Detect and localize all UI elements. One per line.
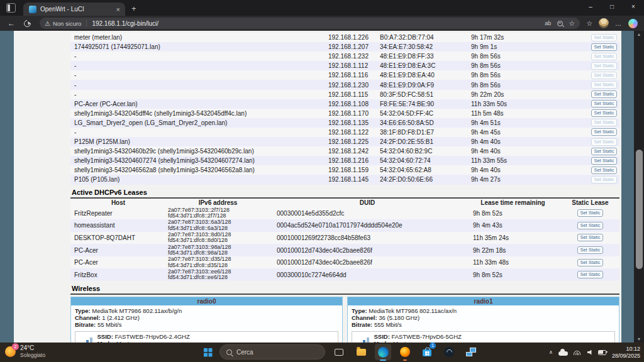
favorites-list-icon[interactable]: ☆: [586, 19, 592, 28]
zoom-out-icon[interactable]: [557, 21, 563, 26]
set-static-button[interactable]: Set Static: [591, 109, 617, 117]
firefox-button[interactable]: [397, 344, 413, 360]
taskbar-clock[interactable]: 10:12 28/09/2025: [612, 346, 640, 359]
bookmark-star-icon[interactable]: ☆: [569, 19, 575, 28]
tray-chevron-icon[interactable]: ∧: [549, 349, 553, 355]
lease-action-cell: Set Static: [591, 90, 619, 98]
set-static-button[interactable]: Set Static: [577, 222, 603, 229]
lease-action-cell: Set Static: [591, 34, 619, 41]
new-tab-button[interactable]: +: [131, 4, 136, 13]
set-static-button[interactable]: Set Static: [591, 90, 617, 98]
lease-hostname: meter (meter.lan): [70, 34, 328, 41]
more-menu-icon[interactable]: …: [615, 20, 622, 27]
start-button[interactable]: [204, 348, 208, 352]
set-static-button[interactable]: Set Static: [591, 138, 617, 146]
lease-ipv4: 192.168.1.232: [328, 53, 380, 60]
copilot-icon[interactable]: [628, 19, 638, 28]
lease6-ipv6: 2a07:7e87:3103::2f7/128fd54:3d71:dfc8::2…: [166, 207, 270, 219]
task-view-button[interactable]: [331, 344, 347, 360]
ipv6-line2: fd54:3d71:dfc8::ee6/128: [168, 274, 228, 280]
set-static-button[interactable]: Set Static: [591, 62, 617, 70]
bitrate-label: Bitrate:: [352, 321, 372, 328]
window-controls: – □ ×: [580, 0, 644, 16]
type-label: Type:: [352, 307, 367, 314]
scroll-up-icon[interactable]: ▲: [634, 32, 644, 36]
set-static-button[interactable]: Set Static: [577, 271, 603, 278]
dhcp4-lease-row: - 192.168.1.115 80:3F:5D:FC:58:51 9h 22m…: [70, 90, 619, 99]
set-static-button[interactable]: Set Static: [577, 234, 603, 241]
lease-ipv4: 192.168.1.207: [328, 43, 380, 50]
workspaces-icon[interactable]: [6, 3, 16, 13]
set-static-button[interactable]: Set Static: [577, 209, 603, 217]
scroll-down-icon[interactable]: ▼: [634, 337, 644, 341]
weather-widget[interactable]: 2 24°C Soleggiato: [5, 344, 45, 358]
lease6-hostname: FritzRepeater: [70, 210, 166, 217]
toolbar-right: ☆ …: [586, 18, 638, 28]
edge-button[interactable]: [375, 344, 391, 360]
refresh-icon[interactable]: [23, 18, 32, 28]
address-bar[interactable]: ⚠ Non sicuro 192.168.1.1/cgi-bin/luci/ a…: [40, 18, 580, 29]
network-app-button[interactable]: [463, 344, 479, 360]
speaker-icon[interactable]: [587, 350, 592, 355]
maximize-button[interactable]: □: [601, 0, 623, 16]
dhcp4-lease-row: meter (meter.lan) 192.168.1.226 B0:A7:32…: [70, 33, 619, 42]
security-label[interactable]: Non sicuro: [53, 20, 81, 27]
windows-taskbar: 2 24°C Soleggiato Cerca 1 ∧: [0, 343, 644, 362]
lease-mac: 24:2F:D0:50:6E:66: [380, 176, 471, 183]
tab-close-icon[interactable]: ×: [116, 6, 120, 13]
lease-time: 9h 8m 56s: [471, 72, 591, 79]
browser-tab[interactable]: OpenWrt - LuCI ×: [23, 3, 125, 16]
set-static-button[interactable]: Set Static: [577, 246, 603, 254]
set-static-button[interactable]: Set Static: [591, 167, 617, 174]
taskbar-search[interactable]: Cerca: [219, 344, 325, 359]
wifi-network-box: SSID: FASTWEB-7HpvD6-5GHZ Mode: Master B…: [352, 331, 615, 343]
file-explorer-button[interactable]: [353, 344, 369, 360]
minimize-button[interactable]: –: [580, 0, 601, 16]
main-column: meter (meter.lan) 192.168.1.226 B0:A7:32…: [70, 33, 619, 343]
lease6-action-cell: Set Static: [561, 271, 619, 278]
set-static-button[interactable]: Set Static: [591, 157, 617, 165]
set-static-button[interactable]: Set Static: [591, 128, 617, 136]
scrollbar-thumb[interactable]: [636, 150, 643, 269]
battery-icon[interactable]: [598, 350, 606, 355]
radio-bitrate-line: Bitrate: 55 Mbit/s: [75, 322, 338, 329]
onedrive-icon[interactable]: [558, 351, 568, 356]
back-button[interactable]: ←: [8, 19, 15, 28]
set-static-button[interactable]: Set Static: [591, 119, 617, 126]
lease-mac: F8:FE:5E:74:BE:90: [380, 101, 471, 107]
ipv6-line2: fd54:3d71:dfc8::8d0/128: [168, 237, 228, 243]
url-text[interactable]: 192.168.1.1/cgi-bin/luci/: [92, 20, 539, 27]
dhcp4-lease-row: - 192.168.1.116 48:E1:E9:D8:EA:40 9h 8m …: [70, 70, 619, 80]
set-static-button[interactable]: Set Static: [591, 43, 617, 51]
dhcpv6-table-header: Host IPv6 address DUID Lease time remain…: [70, 199, 619, 207]
page-scrollbar[interactable]: ▲ ▼: [634, 31, 644, 343]
lease-time: 9h 4m 40s: [471, 167, 591, 173]
set-static-button[interactable]: Set Static: [591, 81, 617, 89]
lease-action-cell: Set Static: [591, 43, 619, 51]
set-static-button[interactable]: Set Static: [591, 176, 617, 184]
lease-time: 9h 8m 56s: [471, 62, 591, 69]
radio-bitrate-line: Bitrate: 555 Mbit/s: [352, 322, 615, 329]
set-static-button[interactable]: Set Static: [591, 53, 617, 60]
search-icon: [226, 349, 232, 355]
profile-avatar[interactable]: [599, 18, 609, 28]
set-static-button[interactable]: Set Static: [591, 72, 617, 79]
translate-icon[interactable]: ab: [545, 20, 551, 26]
dhcp4-lease-table: meter (meter.lan) 192.168.1.226 B0:A7:32…: [70, 33, 619, 185]
speedtest-button[interactable]: [441, 344, 457, 360]
radio-name: radio0: [71, 297, 342, 305]
lease-action-cell: Set Static: [591, 157, 619, 165]
store-button[interactable]: 1: [419, 344, 435, 360]
lease6-time: 11h 35m 24s: [465, 234, 561, 241]
set-static-button[interactable]: Set Static: [577, 259, 603, 266]
col-ipv6: IPv6 address: [166, 199, 270, 206]
lease-time: 11h 5m 48s: [471, 110, 591, 117]
set-static-button[interactable]: Set Static: [591, 148, 617, 155]
close-window-button[interactable]: ×: [623, 0, 644, 16]
lease-hostname: shelly1minig3-5432046562a8 (shelly1minig…: [70, 167, 328, 173]
set-static-button[interactable]: Set Static: [591, 34, 617, 41]
set-static-button[interactable]: Set Static: [591, 100, 617, 107]
channel-value: 36 (5.180 GHz): [379, 314, 419, 321]
dhcpv6-section-title: Active DHCPv6 Leases: [70, 187, 619, 199]
wifi-icon[interactable]: [574, 349, 582, 355]
